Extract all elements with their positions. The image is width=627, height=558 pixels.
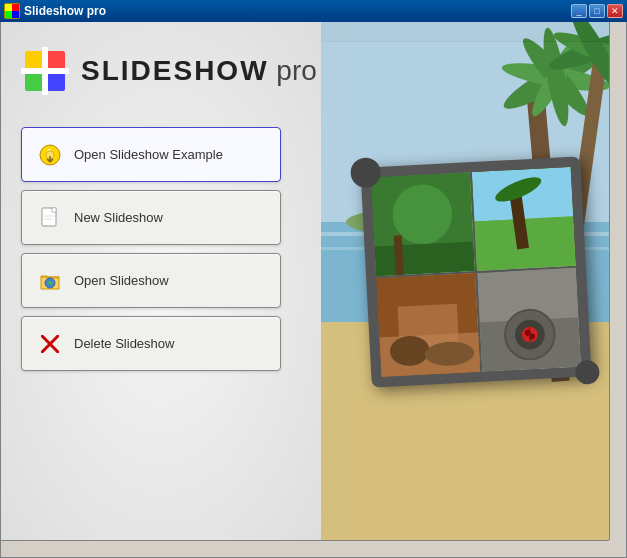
- new-slideshow-icon: [38, 206, 62, 230]
- title-bar-buttons: _ □ ✕: [571, 4, 623, 18]
- new-slideshow-button[interactable]: New Slideshow: [21, 190, 281, 245]
- logo-area: SLIDESHOW pro: [21, 47, 606, 95]
- open-slideshow-button[interactable]: Open Slideshow: [21, 253, 281, 308]
- scrollbar-corner: [609, 540, 626, 557]
- svg-rect-0: [5, 4, 12, 11]
- minimize-button[interactable]: _: [571, 4, 587, 18]
- title-bar-text: Slideshow pro: [24, 4, 571, 18]
- svg-rect-20: [25, 51, 44, 70]
- svg-rect-23: [46, 72, 65, 91]
- svg-rect-3: [12, 11, 19, 18]
- delete-slideshow-button[interactable]: Delete Slideshow: [21, 316, 281, 371]
- delete-slideshow-icon: [38, 332, 62, 356]
- close-button[interactable]: ✕: [607, 4, 623, 18]
- photo-frame: [366, 162, 586, 382]
- horizontal-scrollbar[interactable]: [1, 540, 609, 557]
- frame-outer: [360, 156, 591, 387]
- open-example-label: Open Slideshow Example: [74, 147, 223, 162]
- open-example-icon: 💡: [38, 143, 62, 167]
- maximize-button[interactable]: □: [589, 4, 605, 18]
- photo-cell-top-right: [472, 167, 576, 271]
- buttons-panel: 💡 Open Slideshow Example: [21, 127, 281, 371]
- app-icon: [4, 3, 20, 19]
- logo-text: SLIDESHOW pro: [81, 55, 317, 87]
- svg-rect-39: [375, 241, 475, 276]
- main-window: Slideshow Scanner / Digitalcamera Help L…: [0, 22, 627, 558]
- svg-rect-1: [12, 4, 19, 11]
- frame-inner: [371, 167, 581, 377]
- photo-cell-bottom-right: [477, 268, 581, 372]
- vertical-scrollbar[interactable]: [609, 22, 626, 540]
- photo-cell-bottom-left: [376, 273, 480, 377]
- svg-rect-26: [42, 68, 48, 74]
- open-slideshow-icon: [38, 269, 62, 293]
- svg-rect-22: [25, 72, 44, 91]
- new-slideshow-label: New Slideshow: [74, 210, 163, 225]
- title-bar: Slideshow pro _ □ ✕: [0, 0, 627, 22]
- delete-slideshow-label: Delete Slideshow: [74, 336, 174, 351]
- svg-rect-32: [52, 208, 56, 212]
- open-example-button[interactable]: 💡 Open Slideshow Example: [21, 127, 281, 182]
- svg-rect-2: [5, 11, 12, 18]
- photo-cell-top-left: [371, 172, 475, 276]
- logo-icon: [21, 47, 69, 95]
- svg-rect-21: [46, 51, 65, 70]
- open-slideshow-label: Open Slideshow: [74, 273, 169, 288]
